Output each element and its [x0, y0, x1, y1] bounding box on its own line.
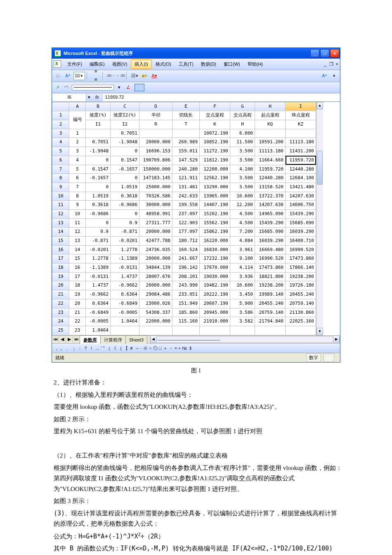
cell[interactable]: 20000.000 [139, 228, 172, 237]
menu-file[interactable]: 文件(F) [64, 59, 86, 69]
cell[interactable]: 11431.200 [286, 147, 316, 156]
cell[interactable]: 11 [69, 218, 86, 228]
cell[interactable]: -0.0131 [86, 272, 111, 281]
cell[interactable]: 4 [69, 156, 86, 165]
horizontal-scrollbar[interactable]: ◀ ▶ [150, 336, 340, 343]
cell[interactable]: 16990.520 [286, 245, 316, 254]
cell[interactable]: -0.0201 [111, 237, 139, 246]
cell[interactable]: 3.500 [230, 174, 255, 183]
increase-decimal-icon[interactable]: .00→ [106, 72, 115, 80]
cell[interactable]: 20607.190 [200, 299, 230, 308]
cell[interactable]: 10.600 [230, 281, 255, 290]
col-header[interactable]: A [69, 102, 86, 111]
cell[interactable]: 122.903 [172, 218, 200, 228]
menu-window[interactable]: 窗口(W) [220, 59, 244, 69]
scroll-down-icon[interactable]: ▼ [316, 328, 323, 335]
cell[interactable]: 15685.090 [255, 228, 286, 237]
menu-view[interactable]: 视图(V) [109, 59, 131, 69]
cell[interactable]: 4.084 [230, 237, 255, 246]
cell[interactable]: 终点里程 [286, 111, 316, 120]
cell[interactable]: 11959.720 [286, 156, 316, 165]
align-right-icon[interactable]: ≡ [91, 76, 101, 84]
cell[interactable] [172, 326, 200, 335]
cell[interactable] [230, 326, 255, 335]
cell[interactable]: 12562.190 [200, 174, 230, 183]
cell[interactable]: 0 [86, 156, 111, 165]
fill-color-icon[interactable]: ◆▾ [140, 72, 149, 80]
cell[interactable] [255, 129, 286, 138]
decrease-decimal-icon[interactable]: ←.00 [116, 72, 125, 80]
cell[interactable]: 3 [69, 147, 86, 156]
cell[interactable]: H [230, 120, 255, 129]
cell[interactable] [111, 326, 139, 335]
cell[interactable]: 34844.139 [139, 263, 172, 273]
cell[interactable]: 14606.750 [286, 201, 316, 210]
cell[interactable]: 16400.710 [286, 237, 316, 246]
cell[interactable]: 14207.630 [286, 192, 316, 201]
cell[interactable]: 241.667 [172, 254, 200, 263]
mdi-restore[interactable]: ❐ [329, 60, 333, 68]
cell[interactable]: 160.524 [172, 245, 200, 254]
cell[interactable]: 208.201 [172, 272, 200, 281]
cell[interactable]: 交点里程 [200, 111, 230, 120]
cell[interactable]: 3.500 [230, 183, 255, 192]
chevron-down-icon[interactable]: ▾ [330, 72, 338, 80]
cell[interactable]: 16696.153 [139, 147, 172, 156]
cell[interactable]: 切线长 [172, 111, 200, 120]
cell[interactable]: 22025.160 [286, 317, 316, 326]
cell[interactable]: I1 [86, 120, 111, 129]
cell[interactable]: 11113.180 [255, 147, 286, 156]
cell[interactable]: 17473.860 [286, 254, 316, 263]
cell[interactable]: 起点里程 [255, 111, 286, 120]
align-center-icon[interactable]: ≡ [91, 68, 101, 76]
cell[interactable]: 15439.290 [255, 218, 286, 228]
cell[interactable]: -1.9048 [86, 147, 111, 156]
cell[interactable]: 5.900 [230, 299, 255, 308]
row-header[interactable]: 13 [52, 218, 69, 228]
cell[interactable]: 242.633 [172, 192, 200, 201]
cell[interactable]: 15439.290 [286, 209, 316, 218]
cell[interactable]: 196.142 [172, 263, 200, 273]
close-button[interactable]: × [330, 49, 339, 57]
cell[interactable]: 12440.280 [286, 165, 316, 174]
row-header[interactable]: 2 [52, 120, 69, 129]
cell[interactable]: -0.0201 [86, 245, 111, 254]
tab-nav-first-icon[interactable]: ⏮ [52, 336, 59, 343]
cell[interactable]: 1.0464 [86, 326, 111, 335]
minimize-button[interactable]: _ [310, 49, 319, 57]
cell[interactable]: 12 [69, 228, 86, 237]
row-header[interactable]: 15 [52, 237, 69, 246]
cell[interactable]: 4.500 [230, 209, 255, 218]
cell[interactable]: 20000.000 [139, 254, 172, 263]
cell[interactable]: 21130.860 [286, 308, 316, 317]
cell[interactable]: 0 [111, 209, 139, 218]
cell[interactable]: 0.9 [86, 228, 111, 237]
chevron-down-icon[interactable]: ▾ [80, 72, 84, 80]
cell[interactable]: 0.1547 [86, 165, 111, 174]
scroll-thumb[interactable] [317, 151, 323, 185]
cell[interactable]: 16669.480 [255, 245, 286, 254]
row-header[interactable]: 8 [52, 174, 69, 183]
cell[interactable]: R [139, 120, 172, 129]
col-header[interactable]: E [172, 102, 200, 111]
cell[interactable]: 17866.140 [286, 263, 316, 273]
menu-tools[interactable]: 工具(T) [175, 59, 197, 69]
cell[interactable]: 0.1547 [111, 156, 139, 165]
cell[interactable]: 4.500 [230, 218, 255, 228]
cell[interactable]: -0.1657 [111, 165, 139, 174]
cell[interactable]: 180.712 [172, 237, 200, 246]
cell[interactable]: 16039.290 [255, 237, 286, 246]
cell[interactable]: 16990.520 [255, 254, 286, 263]
cell[interactable]: 131.481 [172, 183, 200, 192]
row-header[interactable]: 14 [52, 228, 69, 237]
cell[interactable]: 14965.090 [255, 209, 286, 218]
cell[interactable]: 15685.090 [286, 218, 316, 228]
cell[interactable]: 260.989 [172, 138, 200, 147]
cell[interactable]: 15562.190 [200, 218, 230, 228]
cell[interactable]: 121.911 [172, 174, 200, 183]
cell[interactable]: 3.582 [230, 317, 255, 326]
cell[interactable]: 177.097 [172, 228, 200, 237]
cell[interactable]: 15 [69, 254, 86, 263]
cell[interactable]: 22000.000 [139, 317, 172, 326]
cell[interactable]: 30000.000 [139, 201, 172, 210]
